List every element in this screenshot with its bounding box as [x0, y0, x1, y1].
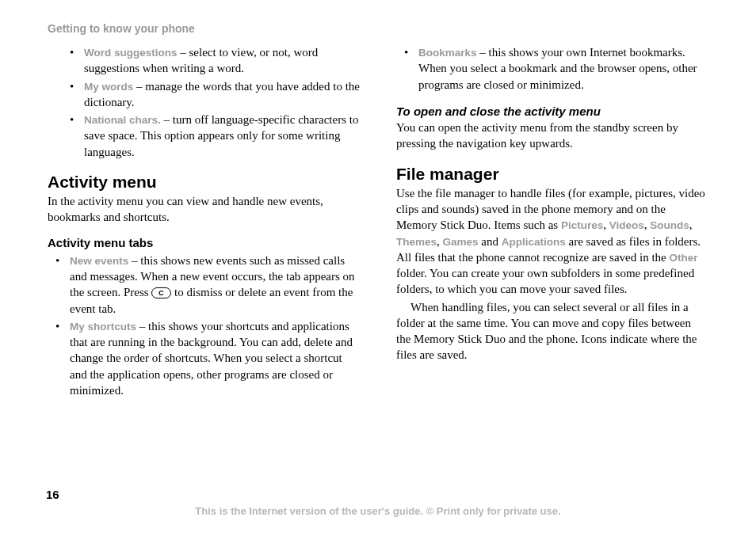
page-number: 16	[46, 488, 59, 501]
folder-label: Videos	[609, 219, 644, 231]
list-item: New events – this shows new events such …	[55, 253, 360, 317]
option-label: National chars.	[84, 114, 161, 126]
heading-activity-menu: Activity menu	[48, 171, 360, 193]
folder-label: Themes	[396, 236, 437, 248]
page: Getting to know your phone Word suggesti…	[0, 0, 756, 409]
column-left: Word suggestions – select to view, or no…	[48, 44, 360, 409]
paragraph: When handling files, you can select seve…	[396, 299, 708, 363]
options-list: Word suggestions – select to view, or no…	[48, 44, 360, 160]
folder-label: Pictures	[561, 219, 603, 231]
folder-label: Games	[443, 236, 479, 248]
list-item: Bookmarks – this shows your own Internet…	[404, 44, 708, 93]
heading-activity-tabs: Activity menu tabs	[48, 235, 360, 251]
option-label: Bookmarks	[418, 47, 477, 59]
text-run: ,	[603, 219, 609, 231]
column-right: Bookmarks – this shows your own Internet…	[396, 44, 708, 409]
text-run: and	[479, 235, 502, 248]
page-header: Getting to know your phone	[48, 22, 708, 35]
heading-file-manager: File manager	[396, 163, 708, 185]
keycap-c-icon: C	[151, 287, 171, 298]
text-run: ,	[689, 219, 693, 231]
bookmarks-list: Bookmarks – this shows your own Internet…	[396, 44, 708, 93]
list-item: National chars. – turn off language-spec…	[70, 112, 360, 160]
heading-open-close: To open and close the activity menu	[396, 104, 708, 120]
folder-label: Sounds	[650, 219, 689, 231]
option-label: Word suggestions	[84, 47, 178, 59]
folder-label: Applications	[502, 236, 566, 248]
option-label: New events	[70, 255, 128, 267]
footer-notice: This is the Internet version of the user…	[0, 505, 756, 517]
option-label: My words	[84, 81, 133, 93]
paragraph: You can open the activity menu from the …	[396, 120, 708, 152]
list-item: My words – manage the words that you hav…	[70, 78, 360, 111]
content-columns: Word suggestions – select to view, or no…	[48, 44, 708, 409]
text-run: ,	[437, 235, 443, 248]
tabs-list: New events – this shows new events such …	[48, 253, 360, 398]
paragraph: Use the file manager to handle files (fo…	[396, 185, 708, 298]
option-label: My shortcuts	[70, 321, 136, 333]
list-item: Word suggestions – select to view, or no…	[70, 44, 360, 77]
folder-label: Other	[669, 252, 697, 264]
text-run: folder. You can create your own subfolde…	[396, 267, 694, 295]
paragraph: In the activity menu you can view and ha…	[48, 193, 360, 226]
list-item: My shortcuts – this shows your shortcuts…	[55, 318, 360, 398]
